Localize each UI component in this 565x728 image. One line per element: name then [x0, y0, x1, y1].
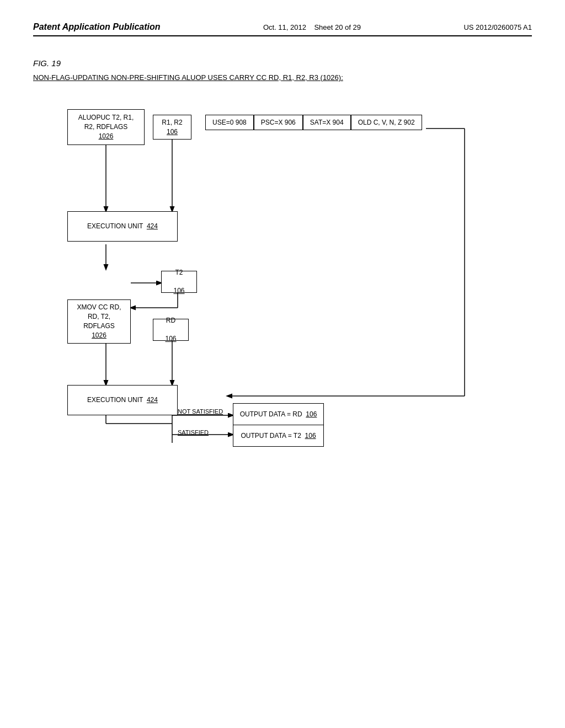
use0-label: USE=0 [212, 119, 233, 126]
exec1-box: EXECUTION UNIT 424 [67, 211, 178, 242]
patent-number: US 2012/0260075 A1 [463, 23, 532, 31]
publication-label: Patent Application Publication [33, 22, 161, 32]
satx-box: SAT=X 904 [303, 115, 351, 130]
pscx-ref: 906 [285, 119, 296, 126]
aluopuc-ref: 1026 [99, 132, 114, 141]
xmov-line1: XMOV CC RD, [77, 303, 121, 312]
satisfied-label: SATISFIED [178, 429, 209, 436]
aluopuc-line1: ALUOPUC T2, R1, [78, 113, 134, 122]
output-rd-ref: 106 [306, 410, 317, 418]
output-t2-ref: 106 [305, 432, 316, 440]
xmov-box: XMOV CC RD, RD, T2, RDFLAGS 1026 [67, 299, 131, 344]
aluopuc-box: ALUOPUC T2, R1, R2, RDFLAGS 1026 [67, 109, 145, 145]
exec2-ref: 424 [147, 396, 158, 404]
not-satisfied-label: NOT SATISFIED [178, 408, 223, 415]
use0-ref: 908 [236, 119, 247, 126]
exec2-box: EXECUTION UNIT 424 [67, 385, 178, 415]
diagram: ALUOPUC T2, R1, R2, RDFLAGS 1026 R1, R2 … [45, 98, 520, 539]
t2-label: T2 [175, 268, 183, 277]
rd-box: RD 106 [153, 319, 189, 341]
exec1-ref: 424 [147, 222, 158, 230]
output-t2-label: OUTPUT DATA = T2 106 [241, 431, 316, 441]
t2-ref: 106 [173, 286, 184, 296]
xmov-ref: 1026 [92, 331, 106, 340]
pscx-box: PSC=X 906 [254, 115, 303, 130]
exec1-line1: EXECUTION UNIT 424 [87, 222, 158, 231]
r1r2-label: R1, R2 [162, 118, 182, 127]
rd-ref: 106 [165, 334, 176, 344]
oldcvnz-box: OLD C, V, N, Z 902 [351, 115, 422, 130]
r1r2-ref: 106 [167, 127, 178, 137]
use0-box: USE=0 908 [205, 115, 254, 130]
aluopuc-line2: R2, RDFLAGS [84, 122, 128, 132]
page: Patent Application Publication Oct. 11, … [0, 0, 565, 728]
satx-ref: 904 [333, 119, 344, 126]
segment-row: USE=0 908 PSC=X 906 SAT=X 904 OLD C, V, … [205, 115, 422, 130]
r1r2-box: R1, R2 106 [153, 115, 191, 140]
sheet-info: Sheet 20 of 29 [314, 23, 361, 31]
date: Oct. 11, 2012 [263, 23, 306, 31]
exec2-line1: EXECUTION UNIT 424 [87, 395, 158, 405]
xmov-line3: RDFLAGS [83, 322, 115, 331]
satx-label: SAT=X [310, 119, 331, 126]
oldcvnz-ref: 902 [404, 119, 415, 126]
output-t2-box: OUTPUT DATA = T2 106 [233, 425, 324, 447]
oldcvnz-label: OLD C, V, N, Z [358, 119, 402, 126]
rd-label: RD [166, 316, 175, 325]
header: Patent Application Publication Oct. 11, … [33, 22, 532, 36]
xmov-line2: RD, T2, [88, 312, 110, 322]
output-rd-label: OUTPUT DATA = RD 106 [240, 410, 317, 419]
date-sheet: Oct. 11, 2012 Sheet 20 of 29 [263, 23, 361, 31]
pscx-label: PSC=X [261, 119, 283, 126]
t2-box: T2 106 [161, 271, 197, 293]
figure-subtitle: NON-FLAG-UPDATING NON-PRE-SHIFTING ALUOP… [33, 73, 532, 82]
figure-title: FIG. 19 [33, 58, 532, 68]
output-rd-box: OUTPUT DATA = RD 106 [233, 403, 324, 425]
